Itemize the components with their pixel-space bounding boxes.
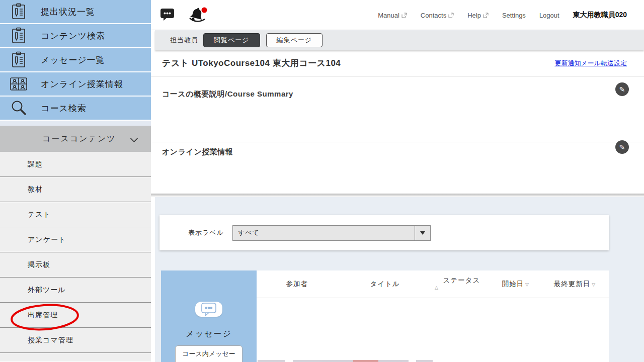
logout-link[interactable]: Logout: [539, 12, 559, 19]
sidebar-item-materials[interactable]: 教材: [0, 177, 151, 202]
external-link-icon: [483, 13, 489, 18]
selected-value: すべて: [233, 228, 260, 237]
sidebar-item-label: コンテンツ検索: [41, 30, 105, 42]
sort-desc-icon: ▽: [592, 282, 596, 287]
sidebar-item-submission-status[interactable]: 提出状況一覧: [0, 0, 151, 23]
col-title[interactable]: タイトル: [337, 280, 433, 289]
sidebar-item-label: 提出状況一覧: [41, 6, 95, 18]
clipboard-icon: [10, 51, 28, 68]
message-table: メッセージ コース内メッセー 参加者 タイトル ステータス △: [161, 270, 609, 362]
section-title: オンライン授業情報: [151, 142, 644, 157]
tab-view-page[interactable]: 閲覧ページ: [203, 33, 260, 47]
people-grid-icon: [10, 76, 28, 92]
sidebar-item-course-search[interactable]: コース検索: [0, 97, 151, 120]
course-panel: テスト UTokyoCourse104 東大用コース104 更新通知メール転送設…: [151, 50, 644, 194]
edit-pencil-button[interactable]: ✎: [615, 82, 629, 96]
edit-pencil-button[interactable]: ✎: [615, 140, 629, 154]
panel-shadow: [151, 194, 644, 197]
mail-forward-settings-link[interactable]: 更新通知メール転送設定: [554, 59, 627, 68]
sidebar-item-assignments[interactable]: 課題: [0, 152, 151, 177]
notifications-bell-icon[interactable]: [188, 7, 208, 24]
filter-panel: 表示ラベル すべて: [159, 215, 609, 250]
col-status[interactable]: ステータス △: [433, 277, 491, 292]
external-link-icon: [401, 13, 407, 18]
clipboard-icon: [10, 27, 28, 44]
sidebar-item-board[interactable]: 掲示板: [0, 252, 151, 278]
message-table-header: 参加者 タイトル ステータス △ 開始日▽ 最終更新日▽: [257, 270, 609, 298]
settings-link[interactable]: Settings: [502, 12, 526, 19]
col-last-updated[interactable]: 最終更新日▽: [541, 280, 609, 289]
search-icon: [10, 100, 28, 117]
main-area: Manual Contacts Help Settings Logout 東大用…: [151, 0, 644, 362]
lower-area: 表示ラベル すべて メッセージ: [155, 197, 644, 362]
section-title: コースの概要説明/Course Summary: [151, 76, 644, 99]
display-label-text: 表示ラベル: [188, 228, 224, 237]
sidebar-item-external-tools[interactable]: 外部ツール: [0, 278, 151, 303]
chat-bubble-icon: [195, 302, 222, 317]
sidebar-spacer: [0, 121, 151, 126]
sort-desc-icon: ▽: [525, 282, 529, 287]
sidebar-item-tests[interactable]: テスト: [0, 202, 151, 227]
messages-icon[interactable]: [160, 7, 175, 21]
sidebar-item-content-search[interactable]: コンテンツ検索: [0, 24, 151, 47]
sidebar: 提出状況一覧 コンテンツ検索 メッセージ一覧: [0, 0, 151, 362]
help-link[interactable]: Help: [467, 12, 489, 19]
dropdown-arrow-icon: [420, 231, 425, 235]
sidebar-item-label: コース検索: [41, 103, 87, 114]
sidebar-item-class-slot-management[interactable]: 授業コマ管理: [0, 328, 151, 353]
role-label: 担当教員: [170, 36, 198, 45]
course-title: テスト UTokyoCourse104 東大用コース104: [162, 57, 341, 69]
chevron-down-icon: [130, 135, 138, 143]
contacts-link[interactable]: Contacts: [421, 12, 454, 19]
display-label-select[interactable]: すべて: [232, 225, 431, 241]
tab-edit-page[interactable]: 編集ページ: [266, 33, 323, 47]
sidebar-group-label: コースコンテンツ: [42, 134, 116, 144]
partially-visible-text: [258, 360, 433, 362]
message-table-body: [257, 298, 609, 362]
online-class-info-section: オンライン授業情報 ✎: [151, 142, 644, 194]
current-user-name: 東大用教職員020: [573, 11, 627, 20]
sidebar-item-label: オンライン授業情報: [41, 78, 123, 90]
select-arrow-box: [415, 226, 430, 240]
sidebar-item-attendance[interactable]: 出席管理: [0, 303, 151, 328]
manual-link[interactable]: Manual: [378, 12, 407, 19]
sidebar-item-surveys[interactable]: アンケート: [0, 227, 151, 252]
sidebar-item-clipped[interactable]: [0, 353, 151, 361]
message-table-right: 参加者 タイトル ステータス △ 開始日▽ 最終更新日▽: [257, 270, 609, 362]
col-start-date[interactable]: 開始日▽: [491, 280, 541, 289]
topbar: Manual Contacts Help Settings Logout 東大用…: [151, 0, 644, 30]
topbar-links: Manual Contacts Help Settings Logout 東大用…: [378, 0, 627, 30]
sort-asc-icon: △: [435, 284, 491, 292]
sidebar-item-message-list[interactable]: メッセージ一覧: [0, 48, 151, 71]
sidebar-item-online-class-info[interactable]: オンライン授業情報: [0, 72, 151, 96]
course-title-row: テスト UTokyoCourse104 東大用コース104 更新通知メール転送設…: [151, 50, 644, 76]
sidebar-item-label: メッセージ一覧: [41, 54, 105, 66]
message-panel-label: メッセージ: [186, 329, 232, 339]
message-category-cell: メッセージ コース内メッセー: [161, 270, 257, 362]
course-summary-section: コースの概要説明/Course Summary ✎: [151, 76, 644, 142]
unread-dot: [202, 8, 207, 13]
external-link-icon: [448, 13, 454, 18]
course-message-button[interactable]: コース内メッセー: [175, 345, 243, 362]
sidebar-group-course-contents[interactable]: コースコンテンツ: [0, 126, 151, 152]
tab-strip: 担当教員 閲覧ページ 編集ページ: [155, 30, 644, 50]
clipboard-icon: [10, 3, 28, 20]
col-participants[interactable]: 参加者: [257, 280, 337, 289]
